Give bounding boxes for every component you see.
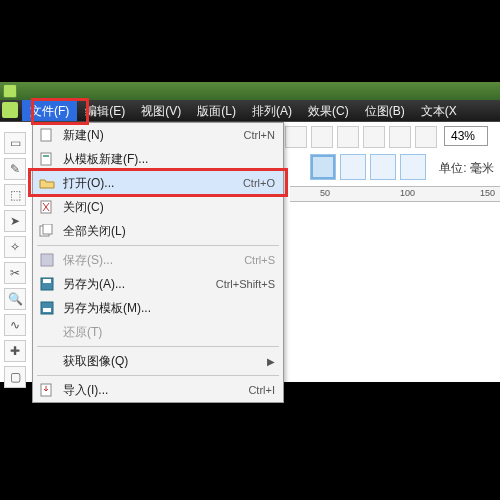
tool-icon[interactable]: ✎	[4, 158, 26, 180]
menu-item-label: 保存(S)...	[63, 252, 236, 269]
horizontal-ruler: 50 100 150	[290, 186, 500, 202]
menu-item-shortcut: Ctrl+I	[248, 384, 275, 396]
svg-rect-5	[43, 224, 52, 234]
menu-bitmap[interactable]: 位图(B)	[357, 100, 413, 121]
menu-item-import[interactable]: 导入(I)... Ctrl+I	[33, 378, 283, 402]
svg-rect-10	[43, 308, 51, 312]
menu-item-new-template[interactable]: 从模板新建(F)...	[33, 147, 283, 171]
svg-rect-0	[41, 129, 51, 141]
menu-separator	[37, 375, 279, 376]
page-orientation-buttons	[310, 154, 426, 180]
menu-effects[interactable]: 效果(C)	[300, 100, 357, 121]
menu-item-label: 打开(O)...	[63, 175, 235, 192]
submenu-arrow-icon: ▶	[267, 356, 275, 367]
crop-tool-icon[interactable]: ✂	[4, 262, 26, 284]
save-icon	[37, 252, 57, 268]
menu-item-close[interactable]: 关闭(C)	[33, 195, 283, 219]
tool-icon[interactable]: ⬚	[4, 184, 26, 206]
menu-item-label: 另存为(A)...	[63, 276, 208, 293]
menu-view[interactable]: 视图(V)	[133, 100, 189, 121]
save-as-icon	[37, 276, 57, 292]
menu-item-save: 保存(S)... Ctrl+S	[33, 248, 283, 272]
titlebar	[0, 82, 500, 100]
menu-file[interactable]: 文件(F)	[22, 100, 77, 121]
file-dropdown: 新建(N) Ctrl+N 从模板新建(F)... 打开(O)... Ctrl+O…	[32, 122, 284, 403]
menu-item-label: 关闭(C)	[63, 199, 275, 216]
unit-label-text: 单位:	[439, 161, 466, 175]
page-landscape-button[interactable]	[340, 154, 366, 180]
page-portrait-button[interactable]	[310, 154, 336, 180]
menu-item-save-as[interactable]: 另存为(A)... Ctrl+Shift+S	[33, 272, 283, 296]
app-logo-icon	[3, 84, 17, 98]
menu-item-shortcut: Ctrl+S	[244, 254, 275, 266]
freehand-tool-icon[interactable]: ∿	[4, 314, 26, 336]
page-option-button[interactable]	[370, 154, 396, 180]
menu-item-label: 获取图像(Q)	[63, 353, 263, 370]
save-template-icon	[37, 300, 57, 316]
tool-button[interactable]	[311, 126, 333, 148]
new-doc-icon	[37, 127, 57, 143]
unit-value[interactable]: 毫米	[470, 161, 494, 175]
menu-item-shortcut: Ctrl+N	[244, 129, 275, 141]
menu-item-close-all[interactable]: 全部关闭(L)	[33, 219, 283, 243]
menu-text[interactable]: 文本(X	[413, 100, 465, 121]
menu-item-acquire[interactable]: 获取图像(Q) ▶	[33, 349, 283, 373]
ruler-tick: 150	[480, 188, 495, 198]
menu-separator	[37, 245, 279, 246]
tool-button[interactable]	[285, 126, 307, 148]
svg-rect-1	[41, 153, 51, 165]
menu-edit[interactable]: 编辑(E)	[77, 100, 133, 121]
ruler-tick: 50	[320, 188, 330, 198]
menu-arrange[interactable]: 排列(A)	[244, 100, 300, 121]
zoom-tool-icon[interactable]: 🔍	[4, 288, 26, 310]
menu-item-open[interactable]: 打开(O)... Ctrl+O	[33, 171, 283, 195]
revert-icon	[37, 324, 57, 340]
menu-item-label: 另存为模板(M)...	[63, 300, 275, 317]
menu-item-label: 导入(I)...	[63, 382, 240, 399]
menu-layout[interactable]: 版面(L)	[189, 100, 244, 121]
tool-icon[interactable]: ✚	[4, 340, 26, 362]
tool-button[interactable]	[389, 126, 411, 148]
pick-tool-icon[interactable]: ▭	[4, 132, 26, 154]
menu-separator	[37, 346, 279, 347]
page-option-button[interactable]	[400, 154, 426, 180]
secondary-toolbar	[285, 126, 437, 148]
tool-button[interactable]	[363, 126, 385, 148]
app-window: 文件(F) 编辑(E) 视图(V) 版面(L) 排列(A) 效果(C) 位图(B…	[0, 82, 500, 382]
template-icon	[37, 151, 57, 167]
close-doc-icon	[37, 199, 57, 215]
menu-item-label: 从模板新建(F)...	[63, 151, 275, 168]
menu-item-label: 新建(N)	[63, 127, 236, 144]
menu-item-new[interactable]: 新建(N) Ctrl+N	[33, 123, 283, 147]
unit-label: 单位: 毫米	[439, 160, 494, 177]
tool-button[interactable]	[337, 126, 359, 148]
svg-rect-8	[43, 279, 51, 283]
close-all-icon	[37, 223, 57, 239]
acquire-icon	[37, 353, 57, 369]
menu-item-shortcut: Ctrl+Shift+S	[216, 278, 275, 290]
ruler-tick: 100	[400, 188, 415, 198]
menu-item-label: 还原(T)	[63, 324, 275, 341]
svg-rect-6	[41, 254, 53, 266]
folder-open-icon	[37, 175, 57, 191]
menu-item-revert: 还原(T)	[33, 320, 283, 344]
menu-item-shortcut: Ctrl+O	[243, 177, 275, 189]
app-doc-icon	[2, 102, 18, 118]
shape-tool-icon[interactable]: ✧	[4, 236, 26, 258]
menu-item-save-template[interactable]: 另存为模板(M)...	[33, 296, 283, 320]
left-toolbox: ▭ ✎ ⬚ ➤ ✧ ✂ 🔍 ∿ ✚ ▢	[4, 132, 30, 388]
import-icon	[37, 382, 57, 398]
pointer-tool-icon[interactable]: ➤	[4, 210, 26, 232]
zoom-field[interactable]: 43%	[444, 126, 488, 146]
menubar: 文件(F) 编辑(E) 视图(V) 版面(L) 排列(A) 效果(C) 位图(B…	[0, 100, 500, 122]
tool-button[interactable]	[415, 126, 437, 148]
svg-rect-2	[43, 155, 49, 157]
menu-item-label: 全部关闭(L)	[63, 223, 275, 240]
rectangle-tool-icon[interactable]: ▢	[4, 366, 26, 388]
